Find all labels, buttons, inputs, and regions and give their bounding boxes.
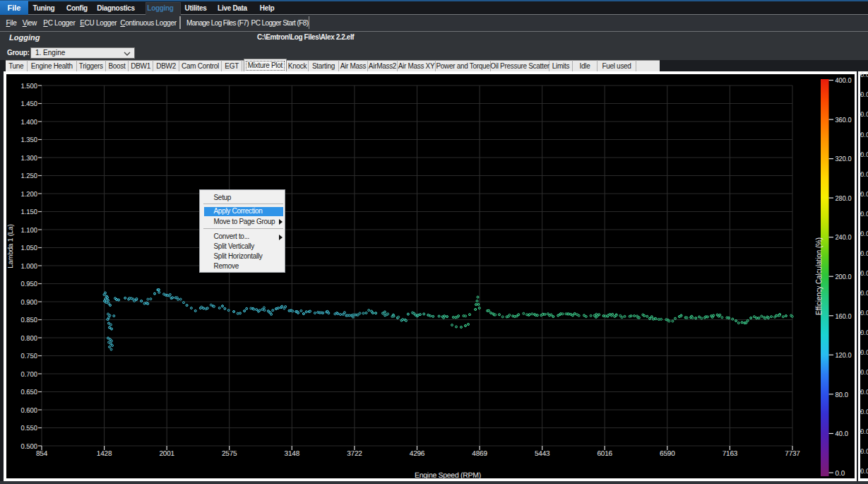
svg-text:0.950: 0.950 [21, 281, 38, 288]
svg-text:0.800: 0.800 [21, 335, 38, 343]
svg-text:280.0: 280.0 [836, 195, 852, 203]
svg-text:0.750: 0.750 [21, 353, 38, 360]
svg-text:320.0: 320.0 [836, 155, 852, 163]
svg-text:854: 854 [36, 450, 48, 458]
svg-text:0.0: 0.0 [860, 349, 868, 357]
svg-text:1428: 1428 [97, 450, 112, 458]
svg-text:0.0: 0.0 [860, 270, 868, 278]
svg-text:1.250: 1.250 [21, 172, 38, 180]
svg-text:240.0: 240.0 [836, 234, 852, 242]
svg-text:1.500: 1.500 [21, 83, 38, 90]
svg-text:160.0: 160.0 [836, 313, 852, 321]
svg-text:0.0: 0.0 [860, 369, 868, 377]
svg-text:1.050: 1.050 [21, 244, 38, 252]
svg-text:2575: 2575 [222, 450, 237, 458]
svg-text:0.0: 0.0 [860, 91, 868, 99]
svg-text:0.0: 0.0 [860, 211, 868, 218]
svg-text:80.0: 80.0 [836, 391, 849, 399]
svg-text:0.0: 0.0 [860, 171, 868, 179]
svg-text:0.0: 0.0 [860, 389, 868, 396]
svg-text:0.600: 0.600 [21, 407, 38, 415]
svg-text:1.300: 1.300 [21, 155, 38, 163]
svg-text:7163: 7163 [723, 450, 738, 458]
svg-text:6590: 6590 [660, 450, 675, 458]
svg-text:200.0: 200.0 [836, 273, 852, 281]
svg-text:4296: 4296 [410, 450, 425, 458]
svg-text:0.0: 0.0 [860, 250, 868, 258]
svg-text:Engine Speed (RPM): Engine Speed (RPM) [415, 471, 481, 480]
svg-text:0.0: 0.0 [860, 191, 868, 199]
svg-text:400.0: 400.0 [836, 77, 852, 85]
svg-text:0.700: 0.700 [21, 371, 38, 379]
svg-text:0.0: 0.0 [836, 470, 845, 478]
svg-text:0.0: 0.0 [860, 428, 868, 436]
svg-text:5443: 5443 [535, 450, 550, 458]
svg-text:0.0: 0.0 [860, 408, 868, 416]
svg-text:1.000: 1.000 [21, 263, 38, 271]
svg-text:0.0: 0.0 [860, 468, 868, 476]
svg-text:2001: 2001 [159, 450, 174, 458]
svg-text:0.0: 0.0 [860, 151, 868, 159]
svg-text:0.0: 0.0 [860, 131, 868, 139]
svg-text:0.0: 0.0 [860, 71, 868, 79]
svg-text:1.100: 1.100 [21, 227, 38, 235]
svg-text:0.0: 0.0 [860, 290, 868, 297]
svg-text:Lambda 1 (La): Lambda 1 (La) [7, 224, 15, 268]
svg-text:Efficiency Calculation (%): Efficiency Calculation (%) [815, 237, 824, 315]
svg-text:0.850: 0.850 [21, 317, 38, 324]
svg-text:1.400: 1.400 [21, 119, 38, 126]
svg-text:0.900: 0.900 [21, 299, 38, 307]
svg-text:1.450: 1.450 [21, 100, 38, 108]
svg-text:0.500: 0.500 [21, 443, 38, 451]
svg-text:3148: 3148 [285, 450, 300, 458]
svg-text:0.0: 0.0 [860, 111, 868, 119]
svg-text:7737: 7737 [785, 450, 800, 458]
svg-text:0.650: 0.650 [21, 389, 38, 396]
svg-text:0.0: 0.0 [860, 230, 868, 238]
svg-text:360.0: 360.0 [836, 117, 852, 124]
svg-text:0.550: 0.550 [21, 425, 38, 432]
svg-text:0.0: 0.0 [860, 329, 868, 337]
svg-text:4869: 4869 [472, 450, 487, 458]
svg-text:0.0: 0.0 [860, 309, 868, 317]
svg-text:120.0: 120.0 [836, 352, 852, 360]
svg-text:3722: 3722 [347, 450, 362, 458]
svg-text:6016: 6016 [597, 450, 612, 458]
svg-text:1.150: 1.150 [21, 208, 38, 216]
svg-text:1.200: 1.200 [21, 191, 38, 199]
svg-text:0.0: 0.0 [860, 448, 868, 456]
svg-text:1.350: 1.350 [21, 136, 38, 144]
svg-text:40.0: 40.0 [836, 430, 849, 438]
